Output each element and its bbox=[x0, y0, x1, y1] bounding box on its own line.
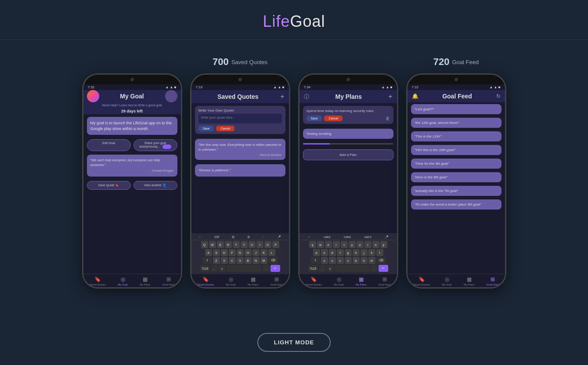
key-p-3[interactable]: p bbox=[380, 241, 387, 248]
key-num-3[interactable]: ?123 bbox=[308, 265, 318, 272]
key-f[interactable]: F bbox=[229, 249, 236, 256]
nav-saved-quotes-4[interactable]: 🔖 Saved Quotes bbox=[413, 276, 430, 286]
edit-goal-btn[interactable]: Edit Goal bbox=[87, 139, 131, 151]
wq-cancel-btn[interactable]: Cancel bbox=[216, 126, 234, 131]
key-period-3[interactable]: . bbox=[371, 265, 378, 272]
key-c[interactable]: C bbox=[229, 257, 236, 264]
light-mode-button[interactable]: LIGHT MODE bbox=[257, 333, 331, 352]
key-s[interactable]: S bbox=[213, 249, 220, 256]
key-w-3[interactable]: w bbox=[317, 241, 324, 248]
wq-save-btn[interactable]: Save bbox=[198, 126, 214, 131]
key-comma[interactable]: , bbox=[211, 265, 218, 272]
key-d-3[interactable]: d bbox=[329, 249, 336, 256]
key-t-3[interactable]: t bbox=[341, 241, 348, 248]
nav-saved-quotes[interactable]: 🔖 Saved Quotes bbox=[89, 276, 106, 286]
key-space-3[interactable] bbox=[335, 265, 370, 272]
key-r[interactable]: R bbox=[225, 241, 232, 248]
nav-goal-feed-3[interactable]: ⊞ Goal Feed bbox=[379, 276, 391, 286]
key-num[interactable]: ?123 bbox=[200, 265, 210, 272]
key-o-3[interactable]: o bbox=[372, 241, 379, 248]
key-g-3[interactable]: g bbox=[345, 249, 352, 256]
key-y-3[interactable]: y bbox=[349, 241, 356, 248]
key-m[interactable]: M bbox=[260, 257, 267, 264]
key-i-3[interactable]: i bbox=[364, 241, 372, 248]
nav-goal-feed[interactable]: ⊞ Goal Feed bbox=[162, 276, 175, 286]
key-space[interactable] bbox=[227, 265, 262, 272]
key-v-3[interactable]: v bbox=[345, 257, 352, 264]
key-comma-3[interactable]: , bbox=[319, 265, 326, 272]
nav-my-plans-4[interactable]: ▦ My Plans bbox=[464, 276, 475, 286]
key-s-3[interactable]: s bbox=[321, 249, 328, 256]
nav-saved-quotes-2[interactable]: 🔖 Saved Quotes bbox=[197, 276, 214, 286]
nav-my-plans-2[interactable]: ▦ My Plans bbox=[248, 276, 259, 286]
add-plan-icon[interactable]: + bbox=[388, 93, 392, 101]
key-i[interactable]: I bbox=[256, 241, 263, 248]
key-l-3[interactable]: l bbox=[376, 249, 383, 256]
key-backspace-3[interactable]: ⌫ bbox=[376, 257, 386, 264]
add-plan-btn[interactable]: Add a Plan bbox=[303, 149, 393, 160]
view-another-btn[interactable]: View another 👤 bbox=[133, 181, 177, 190]
plan-cancel-btn[interactable]: Cancel bbox=[324, 116, 343, 121]
key-u-3[interactable]: u bbox=[357, 241, 364, 248]
nav-my-plans-3[interactable]: ▦ My Plans bbox=[356, 276, 367, 286]
key-p[interactable]: P bbox=[272, 241, 279, 248]
key-k[interactable]: K bbox=[260, 249, 267, 256]
delete-icon[interactable]: 🗑 bbox=[386, 116, 390, 121]
key-z[interactable]: Z bbox=[213, 257, 220, 264]
key-e[interactable]: E bbox=[217, 241, 224, 248]
key-c-3[interactable]: c bbox=[337, 257, 344, 264]
plan-save-btn[interactable]: Save bbox=[307, 116, 322, 121]
key-h-3[interactable]: h bbox=[353, 249, 360, 256]
nav-saved-quotes-3[interactable]: 🔖 Saved Quotes bbox=[305, 276, 322, 286]
share-goal-btn[interactable]: Share your goal anonymously... bbox=[133, 139, 177, 151]
add-quote-icon[interactable]: + bbox=[280, 93, 284, 101]
key-n[interactable]: N bbox=[253, 257, 260, 264]
key-f-3[interactable]: f bbox=[337, 249, 344, 256]
key-n-3[interactable]: n bbox=[361, 257, 368, 264]
key-b-3[interactable]: b bbox=[353, 257, 360, 264]
write-quote-input[interactable]: Write your quote here... bbox=[198, 114, 282, 123]
key-o[interactable]: O bbox=[264, 241, 271, 248]
key-t[interactable]: T bbox=[233, 241, 240, 248]
key-d[interactable]: D bbox=[221, 249, 228, 256]
key-enter[interactable]: ↵ bbox=[271, 265, 280, 272]
key-q[interactable]: Q bbox=[201, 241, 208, 248]
key-backspace[interactable]: ⌫ bbox=[268, 257, 278, 264]
key-x[interactable]: X bbox=[221, 257, 228, 264]
nav-my-goal[interactable]: ◎ My Goal bbox=[118, 276, 127, 286]
key-u[interactable]: U bbox=[249, 241, 256, 248]
key-h[interactable]: H bbox=[245, 249, 252, 256]
save-quote-btn[interactable]: Save Quote 🔖 bbox=[87, 181, 131, 190]
key-e-3[interactable]: e bbox=[325, 241, 332, 248]
key-m-3[interactable]: m bbox=[368, 257, 375, 264]
key-a[interactable]: A bbox=[205, 249, 212, 256]
key-b[interactable]: B bbox=[245, 257, 252, 264]
key-enter-3[interactable]: ↵ bbox=[379, 265, 388, 272]
key-a-3[interactable]: a bbox=[313, 249, 320, 256]
refresh-icon[interactable]: ↻ bbox=[496, 93, 501, 99]
nav-goal-feed-4[interactable]: ⊞ Goal Feed bbox=[487, 276, 499, 286]
nav-my-goal-4[interactable]: ◎ My Goal bbox=[442, 276, 451, 286]
key-shift-3[interactable]: ⇧ bbox=[310, 257, 320, 264]
key-emoji[interactable]: ☺ bbox=[219, 265, 226, 272]
nav-goal-feed-2[interactable]: ⊞ Goal Feed bbox=[271, 276, 283, 286]
key-w[interactable]: W bbox=[209, 241, 216, 248]
key-g[interactable]: G bbox=[237, 249, 244, 256]
key-r-3[interactable]: r bbox=[333, 241, 340, 248]
key-l[interactable]: L bbox=[268, 249, 275, 256]
key-k-3[interactable]: k bbox=[368, 249, 375, 256]
key-j-3[interactable]: j bbox=[361, 249, 368, 256]
key-z-3[interactable]: z bbox=[321, 257, 328, 264]
key-x-3[interactable]: x bbox=[329, 257, 336, 264]
nav-my-goal-3[interactable]: ◎ My Goal bbox=[334, 276, 343, 286]
key-j[interactable]: J bbox=[253, 249, 260, 256]
key-q-3[interactable]: q bbox=[309, 241, 316, 248]
share-toggle[interactable] bbox=[162, 145, 171, 149]
key-y[interactable]: Y bbox=[241, 241, 248, 248]
key-shift[interactable]: ⇧ bbox=[202, 257, 212, 264]
key-period[interactable]: . bbox=[263, 265, 270, 272]
nav-my-goal-2[interactable]: ◎ My Goal bbox=[226, 276, 235, 286]
key-v[interactable]: V bbox=[237, 257, 244, 264]
key-emoji-3[interactable]: ☺ bbox=[327, 265, 334, 272]
nav-my-plans[interactable]: ▦ My Plans bbox=[140, 276, 151, 286]
